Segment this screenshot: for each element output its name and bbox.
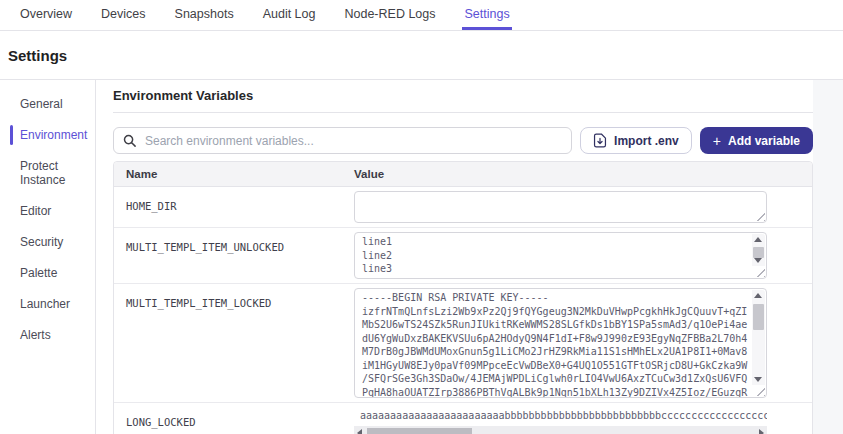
sidebar-item-security[interactable]: Security [0,235,95,249]
settings-sidebar: General Environment Protect Instance Edi… [0,80,96,434]
sidebar-item-environment[interactable]: Environment [0,128,95,142]
table-row: HOME_DIR [114,187,812,228]
env-toolbar: Import .env + Add variable [113,127,813,154]
search-icon [122,133,137,148]
import-env-button[interactable]: Import .env [580,127,692,154]
import-env-label: Import .env [614,134,679,148]
active-indicator [10,125,13,145]
sidebar-item-label: Launcher [20,297,70,311]
sidebar-item-label: Alerts [20,328,51,342]
scrollbar-thumb[interactable] [753,304,764,330]
scroll-down-arrow-icon[interactable] [754,377,762,382]
sidebar-item-palette[interactable]: Palette [0,266,95,280]
sidebar-item-protect-instance[interactable]: Protect Instance [0,159,95,187]
page-background [813,80,843,434]
sidebar-item-label: General [20,97,63,111]
sidebar-item-label: Palette [20,266,57,280]
tab-node-red-logs[interactable]: Node-RED Logs [342,0,437,30]
sidebar-item-alerts[interactable]: Alerts [0,328,95,342]
column-header-value: Value [354,168,812,180]
sidebar-item-editor[interactable]: Editor [0,204,95,218]
import-file-icon [593,133,607,148]
sidebar-item-label: Editor [20,204,51,218]
env-vars-table: Name Value HOME_DIR MULTI_TEMPL_ITEM [113,161,813,434]
sidebar-item-label: Protect Instance [20,159,65,187]
tab-overview[interactable]: Overview [18,0,74,30]
vertical-scrollbar[interactable] [752,234,765,266]
panel-title: Environment Variables [113,88,813,113]
page-header: Settings [0,31,843,80]
scrollbar-thumb[interactable] [753,247,764,258]
search-box [113,127,572,154]
env-var-value[interactable]: aaaaaaaaaaaaaaaaaaaaaaaabbbbbbbbbbbbbbbb… [354,408,767,423]
sidebar-item-label: Environment [20,128,87,142]
tab-settings[interactable]: Settings [462,0,511,30]
table-row: MULTI_TEMPL_ITEM_UNLOCKED line1 line2 li… [114,228,812,284]
app-root: Overview Devices Snapshots Audit Log Nod… [0,0,843,434]
tab-devices[interactable]: Devices [99,0,147,30]
add-variable-button[interactable]: + Add variable [700,127,813,154]
scroll-left-arrow-icon[interactable] [357,429,362,434]
scroll-right-arrow-icon[interactable] [759,429,764,434]
tab-audit-log[interactable]: Audit Log [261,0,318,30]
instance-tabbar: Overview Devices Snapshots Audit Log Nod… [0,0,843,31]
env-var-name: MULTI_TEMPL_ITEM_LOCKED [126,297,271,309]
env-var-value-input[interactable] [354,191,767,223]
env-var-name: HOME_DIR [126,200,177,212]
scrollbar-thumb[interactable] [367,428,472,434]
env-var-name: MULTI_TEMPL_ITEM_UNLOCKED [126,241,284,253]
scroll-up-arrow-icon[interactable] [754,237,762,242]
sidebar-item-label: Security [20,235,63,249]
env-var-name: LONG_LOCKED [126,416,196,428]
add-variable-label: Add variable [728,134,800,148]
sidebar-item-general[interactable]: General [0,97,95,111]
sidebar-item-launcher[interactable]: Launcher [0,297,95,311]
plus-icon: + [713,134,721,148]
environment-panel: Environment Variables Import .env [96,80,813,434]
scroll-down-arrow-icon[interactable] [754,258,762,263]
column-header-name: Name [114,168,354,180]
vertical-scrollbar[interactable] [752,290,765,385]
env-var-value-input[interactable]: line1 line2 line3 line4 [354,232,767,279]
settings-content: General Environment Protect Instance Edi… [0,80,843,434]
tab-snapshots[interactable]: Snapshots [173,0,236,30]
table-row: MULTI_TEMPL_ITEM_LOCKED -----BEGIN RSA P… [114,284,812,403]
table-header: Name Value [114,162,812,187]
horizontal-scrollbar[interactable] [354,426,767,434]
table-row: LONG_LOCKED aaaaaaaaaaaaaaaaaaaaaaaabbbb… [114,403,812,434]
env-var-value-input[interactable]: -----BEGIN RSA PRIVATE KEY----- izfrNTmQ… [354,288,767,398]
scroll-up-arrow-icon[interactable] [754,293,762,298]
search-input[interactable] [113,127,572,154]
page-title: Settings [8,47,67,64]
